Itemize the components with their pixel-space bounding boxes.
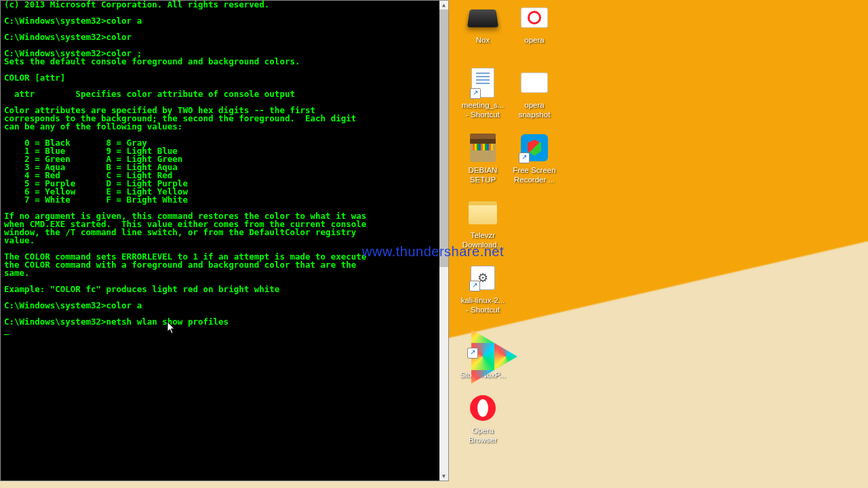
winrar-icon (467, 131, 499, 164)
opera2-icon (518, 1, 551, 34)
icon-label: Opera Browser (469, 426, 497, 445)
desktop-icon[interactable]: DEBIAN SETUP (457, 130, 509, 195)
icon-label: meeting_s... - Shortcut (462, 100, 505, 119)
desktop-icon[interactable]: Play Store-NoxP... (457, 325, 509, 390)
scrollbar-up-arrow[interactable]: ▲ (439, 1, 448, 9)
desktop-icon[interactable]: opera snapshot (509, 65, 560, 130)
command-prompt-window[interactable]: (c) 2013 Microsoft Corporation. All righ… (0, 0, 449, 481)
desktop-icon[interactable]: Opera Browser (457, 390, 509, 455)
desktop-icon[interactable]: Nox (457, 0, 509, 65)
play-icon (467, 327, 499, 359)
scrollbar-thumb[interactable] (439, 9, 448, 267)
icon-label: kali-linux-2... - Shortcut (461, 296, 505, 314)
scrollbar-down-arrow[interactable]: ▼ (439, 472, 448, 481)
terminal-output[interactable]: (c) 2013 Microsoft Corporation. All righ… (4, 1, 439, 481)
scrollbar[interactable]: ▲ ▼ (439, 1, 448, 481)
icon-label: Nox (476, 35, 490, 45)
nox-icon (467, 1, 499, 34)
desktop-icon[interactable]: opera (509, 0, 560, 65)
desktop-icon[interactable]: meeting_s... - Shortcut (457, 65, 509, 130)
desktop-background[interactable]: Noxmeeting_s... - ShortcutDEBIAN SETUPTe… (0, 0, 868, 488)
shield-icon (518, 131, 551, 164)
icon-label: opera snapshot (519, 100, 551, 119)
icon-label: DEBIAN SETUP (469, 165, 498, 184)
folder-icon (467, 197, 499, 229)
doc-icon (467, 66, 499, 99)
desktop-icon[interactable]: Televzr Download... (457, 195, 509, 260)
icon-label: Free Screen Recorder ... (513, 165, 555, 184)
desktop-icon[interactable]: kali-linux-2... - Shortcut (457, 260, 509, 325)
opera-icon (467, 392, 499, 424)
zoom-icon (518, 66, 551, 99)
icon-label: opera (524, 35, 544, 45)
desktop-icon[interactable]: Free Screen Recorder ... (509, 130, 560, 195)
icon-label: Televzr Download... (462, 230, 504, 249)
kali-icon (467, 262, 499, 294)
